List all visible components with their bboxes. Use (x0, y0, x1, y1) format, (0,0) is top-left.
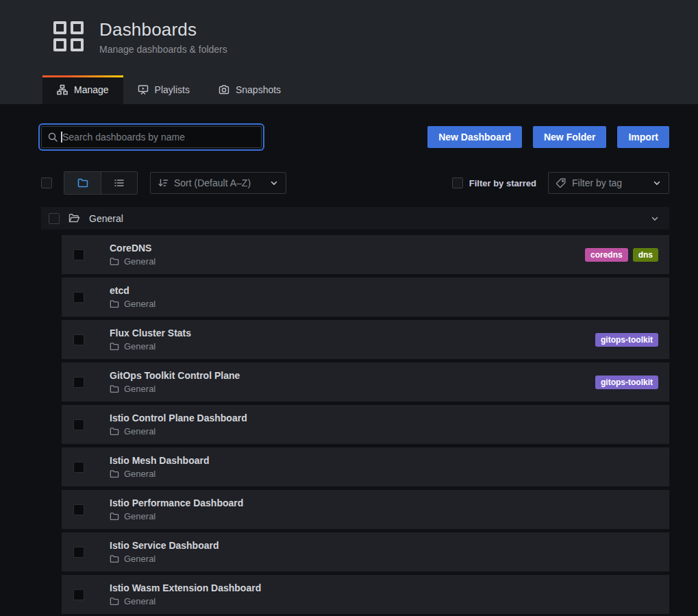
tab-label: Playlists (155, 84, 190, 95)
dashboard-checkbox[interactable] (73, 589, 84, 600)
folder-icon (110, 512, 119, 521)
tab-snapshots[interactable]: Snapshots (204, 75, 295, 104)
search-icon (47, 132, 58, 143)
dashboard-folder-label: General (124, 596, 155, 606)
page-title: Dashboards (99, 19, 227, 40)
dashboards-apps-icon (53, 21, 84, 51)
dashboard-title[interactable]: CoreDNS (110, 243, 155, 254)
folder-icon (110, 469, 119, 478)
chevron-down-icon (652, 178, 662, 188)
dashboard-title[interactable]: Istio Service Dashboard (110, 540, 219, 552)
folder-expand-chevron-icon[interactable] (650, 214, 660, 223)
folder-icon (110, 597, 119, 606)
dashboard-list: CoreDNS General corednsdns etcd General (62, 235, 669, 614)
tab-playlists[interactable]: Playlists (123, 75, 204, 104)
tag-gitops-toolkit[interactable]: gitops-toolkit (595, 333, 658, 347)
tag-filter-value: Filter by tag (572, 177, 622, 188)
dashboard-row[interactable]: Flux Cluster Stats General gitops-toolki… (62, 320, 669, 359)
dashboard-row[interactable]: Istio Control Plane Dashboard General (62, 405, 669, 444)
tag-dns[interactable]: dns (633, 248, 658, 262)
folder-icon (110, 257, 119, 266)
tag-gitops-toolkit[interactable]: gitops-toolkit (595, 375, 658, 389)
folder-icon (110, 299, 119, 308)
sort-select[interactable]: Sort (Default A–Z) (150, 172, 286, 194)
folder-icon (110, 554, 119, 563)
folder-view-icon (77, 177, 88, 188)
folder-open-icon (68, 213, 80, 223)
dashboard-checkbox[interactable] (73, 292, 84, 303)
dashboard-folder-label: General (124, 256, 155, 267)
folder-view-button[interactable] (64, 172, 101, 194)
page-header: Dashboards Manage dashboards & folders (0, 0, 698, 75)
tab-manage[interactable]: Manage (42, 75, 123, 104)
dashboard-row[interactable]: Istio Wasm Extension Dashboard General (62, 575, 669, 614)
dashboard-folder-label: General (124, 426, 155, 436)
dashboard-title[interactable]: etcd (110, 285, 155, 297)
tag-list: gitops-toolkit (595, 375, 658, 389)
tab-bar: Manage Playlists Snapshots (0, 75, 698, 104)
list-view-button[interactable] (101, 172, 137, 194)
dashboard-checkbox[interactable] (73, 547, 84, 558)
dashboard-row[interactable]: Istio Service Dashboard General (62, 532, 669, 571)
tag-icon (556, 177, 566, 188)
dashboard-title[interactable]: Istio Control Plane Dashboard (110, 412, 247, 424)
list-view-icon (114, 177, 125, 188)
tab-label: Snapshots (236, 84, 281, 95)
dashboard-row[interactable]: CoreDNS General corednsdns (62, 235, 669, 274)
dashboard-row[interactable]: GitOps Toolkit Control Plane General git… (62, 362, 669, 402)
folder-icon (110, 427, 119, 436)
dashboard-checkbox[interactable] (73, 419, 84, 430)
tag-list: corednsdns (585, 248, 658, 262)
import-button[interactable]: Import (617, 126, 669, 148)
search-input[interactable] (41, 126, 262, 148)
dashboard-title[interactable]: Istio Performance Dashboard (110, 497, 243, 509)
tag-filter-select[interactable]: Filter by tag (548, 172, 669, 194)
folder-checkbox[interactable] (49, 213, 60, 224)
tag-list: gitops-toolkit (595, 333, 658, 347)
dashboard-row[interactable]: Istio Mesh Dashboard General (62, 447, 669, 486)
filter-starred: Filter by starred (452, 177, 536, 188)
dashboard-folder-label: General (124, 554, 155, 564)
dashboard-folder-label: General (124, 341, 155, 352)
view-toggle (64, 171, 138, 195)
dashboard-title[interactable]: Istio Mesh Dashboard (110, 455, 209, 467)
dashboard-folder-label: General (124, 511, 155, 521)
content-area: New Dashboard New Folder Import Sort (0, 104, 698, 616)
sitemap-icon (57, 84, 68, 95)
dashboard-row[interactable]: etcd General (62, 278, 669, 317)
dashboard-folder-label: General (124, 299, 155, 309)
camera-icon (219, 84, 229, 95)
dashboard-checkbox[interactable] (73, 462, 84, 473)
folder-icon (110, 342, 119, 351)
dashboard-checkbox[interactable] (73, 377, 84, 388)
select-all-checkbox[interactable] (41, 177, 52, 188)
chevron-down-icon (269, 178, 279, 188)
sort-select-value: Sort (Default A–Z) (174, 177, 251, 188)
dashboard-checkbox[interactable] (73, 249, 84, 260)
folder-icon (110, 384, 119, 393)
tab-label: Manage (74, 84, 109, 95)
folder-section: General CoreDNS General corednsdns etcd (41, 207, 669, 614)
text-caret (61, 132, 62, 143)
tag-coredns[interactable]: coredns (585, 248, 628, 262)
dashboard-checkbox[interactable] (73, 504, 84, 515)
dashboard-title[interactable]: Istio Wasm Extension Dashboard (110, 582, 261, 594)
filter-starred-label: Filter by starred (469, 178, 536, 188)
dashboard-title[interactable]: Flux Cluster Stats (110, 328, 191, 339)
dashboard-folder-label: General (124, 469, 155, 479)
folder-name: General (89, 213, 123, 224)
presentation-play-icon (138, 84, 149, 95)
search-wrapper (41, 126, 262, 148)
dashboard-checkbox[interactable] (73, 334, 84, 345)
dashboard-title[interactable]: GitOps Toolkit Control Plane (110, 370, 240, 382)
new-dashboard-button[interactable]: New Dashboard (427, 126, 522, 148)
filter-starred-checkbox[interactable] (452, 177, 463, 188)
dashboard-row[interactable]: Istio Performance Dashboard General (62, 490, 669, 529)
folder-header-general[interactable]: General (41, 207, 669, 230)
new-folder-button[interactable]: New Folder (533, 126, 606, 148)
sort-amount-icon (158, 177, 169, 188)
dashboard-folder-label: General (124, 384, 155, 394)
page-subtitle: Manage dashboards & folders (99, 44, 227, 55)
